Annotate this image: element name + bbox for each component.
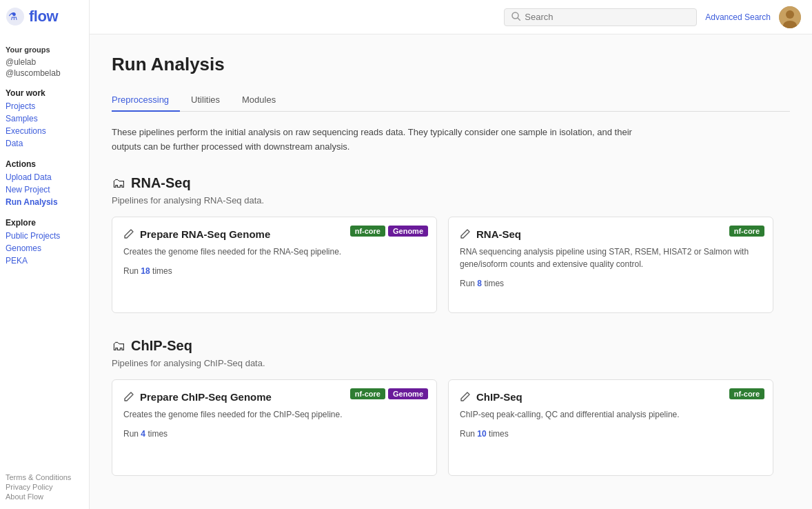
- groups-label: Your groups: [6, 46, 83, 54]
- card-chip-seq[interactable]: nf-core ChIP-Seq ChIP-seq peak-calling, …: [448, 379, 773, 476]
- card-desc-2: RNA sequencing analysis pipeline using S…: [460, 246, 762, 270]
- about-link[interactable]: About Flow: [6, 492, 83, 501]
- card-title-chip-2: ChIP-Seq: [476, 391, 522, 403]
- badge-nfcore-chip-2: nf-core: [729, 388, 764, 399]
- chip-seq-header: 🗂 ChIP-Seq: [112, 338, 790, 354]
- card-desc: Creates the genome files needed for the …: [123, 246, 425, 258]
- run-label: times: [152, 266, 172, 276]
- folder-icon-chip: 🗂: [112, 338, 125, 354]
- logo-text: flow: [29, 8, 58, 26]
- topbar: Advanced Search: [90, 0, 812, 34]
- run-count-chip-1: 4: [141, 429, 145, 439]
- pencil-icon-chip-2: [460, 391, 471, 402]
- card-badges-rna-2: nf-core: [729, 226, 764, 237]
- run-count: 18: [141, 266, 150, 276]
- card-desc-chip-2: ChIP-seq peak-calling, QC and differenti…: [460, 408, 762, 421]
- sidebar-item-samples[interactable]: Samples: [6, 112, 83, 125]
- card-badges-rna-1: nf-core Genome: [350, 226, 428, 237]
- card-rna-seq[interactable]: nf-core RNA-Seq RNA sequencing analysis …: [448, 217, 773, 313]
- sidebar-item-run-analysis[interactable]: Run Analysis: [6, 196, 83, 208]
- sidebar: ⚗ flow Your groups @ulelab @luscombelab …: [0, 0, 90, 509]
- privacy-link[interactable]: Privacy Policy: [6, 483, 83, 491]
- sidebar-item-projects[interactable]: Projects: [6, 100, 83, 112]
- badge-genome: Genome: [388, 226, 428, 237]
- page-description: These pipelines perform the initial anal…: [112, 126, 663, 154]
- chip-seq-desc: Pipelines for analysing ChIP-Seq data.: [112, 358, 790, 368]
- svg-point-5: [786, 10, 794, 19]
- run-label-chip-1: times: [148, 429, 168, 439]
- search-wrapper: [504, 8, 697, 26]
- your-work-label: Your work: [6, 88, 83, 98]
- badge-genome-chip-1: Genome: [388, 388, 428, 399]
- card-run-info-chip-1: Run 4 times: [123, 429, 425, 439]
- card-desc-chip-1: Creates the genome files needed for the …: [123, 408, 425, 421]
- tab-utilities[interactable]: Utilities: [191, 89, 231, 112]
- chip-seq-cards: nf-core Genome Prepare ChIP-Seq Genome C…: [112, 379, 773, 476]
- svg-line-3: [518, 18, 520, 21]
- tab-preprocessing[interactable]: Preprocessing: [112, 89, 180, 112]
- pencil-icon-chip-1: [123, 391, 134, 402]
- page-title: Run Analysis: [112, 54, 790, 75]
- svg-text:⚗: ⚗: [8, 10, 17, 22]
- logo: ⚗ flow: [6, 7, 83, 26]
- sidebar-item-data[interactable]: Data: [6, 137, 83, 150]
- card-title-2: RNA-Seq: [476, 228, 521, 240]
- pencil-icon-2: [460, 228, 471, 239]
- card-prepare-chip-seq-genome[interactable]: nf-core Genome Prepare ChIP-Seq Genome C…: [112, 379, 437, 476]
- actions-label: Actions: [6, 159, 83, 169]
- card-run-info-chip-2: Run 10 times: [460, 429, 762, 439]
- folder-icon-rna: 🗂: [112, 175, 125, 191]
- tab-modules[interactable]: Modules: [242, 89, 287, 112]
- content-area: Run Analysis Preprocessing Utilities Mod…: [90, 34, 812, 509]
- rna-seq-section: 🗂 RNA-Seq Pipelines for analysing RNA-Se…: [112, 175, 790, 313]
- run-label-chip-2: times: [489, 429, 509, 439]
- card-badges-chip-1: nf-core Genome: [350, 388, 428, 399]
- tabs: Preprocessing Utilities Modules: [112, 89, 790, 112]
- sidebar-item-upload-data[interactable]: Upload Data: [6, 171, 83, 183]
- card-prepare-rna-seq-genome[interactable]: nf-core Genome Prepare RNA-Seq Genome Cr…: [112, 217, 437, 313]
- search-icon: [511, 12, 520, 23]
- chip-seq-title: ChIP-Seq: [131, 338, 192, 354]
- card-run-info: Run 18 times: [123, 266, 425, 276]
- group-item-1: @ulelab: [6, 57, 83, 68]
- card-title-chip-1: Prepare ChIP-Seq Genome: [140, 391, 272, 403]
- sidebar-footer: Terms & Conditions Privacy Policy About …: [6, 459, 83, 502]
- sidebar-item-genomes[interactable]: Genomes: [6, 242, 83, 254]
- group-item-2: @luscombelab: [6, 68, 83, 79]
- pencil-icon: [123, 228, 134, 239]
- card-title-row-2: RNA-Seq: [460, 228, 762, 240]
- rna-seq-title: RNA-Seq: [131, 175, 191, 191]
- advanced-search-link[interactable]: Advanced Search: [705, 12, 771, 22]
- sidebar-item-public-projects[interactable]: Public Projects: [6, 230, 83, 242]
- sidebar-item-executions[interactable]: Executions: [6, 125, 83, 137]
- card-badges-chip-2: nf-core: [729, 388, 764, 399]
- card-title-row-chip-2: ChIP-Seq: [460, 391, 762, 403]
- sidebar-item-new-project[interactable]: New Project: [6, 183, 83, 196]
- terms-link[interactable]: Terms & Conditions: [6, 473, 83, 481]
- chip-seq-section: 🗂 ChIP-Seq Pipelines for analysing ChIP-…: [112, 338, 790, 476]
- sidebar-item-peka[interactable]: PEKA: [6, 254, 83, 267]
- rna-seq-header: 🗂 RNA-Seq: [112, 175, 790, 191]
- search-input[interactable]: [525, 12, 689, 22]
- avatar[interactable]: [779, 6, 801, 28]
- logo-icon: ⚗: [6, 7, 25, 26]
- badge-nfcore: nf-core: [350, 226, 385, 237]
- main-area: Advanced Search Run Analysis Preprocessi…: [90, 0, 812, 509]
- badge-nfcore-chip-1: nf-core: [350, 388, 385, 399]
- card-run-info-2: Run 8 times: [460, 279, 762, 288]
- rna-seq-cards: nf-core Genome Prepare RNA-Seq Genome Cr…: [112, 217, 773, 313]
- run-count-2: 8: [477, 279, 482, 288]
- rna-seq-desc: Pipelines for analysing RNA-Seq data.: [112, 195, 790, 206]
- run-count-chip-2: 10: [477, 429, 486, 439]
- explore-label: Explore: [6, 218, 83, 228]
- run-label-2: times: [484, 279, 504, 288]
- badge-nfcore-2: nf-core: [729, 226, 764, 237]
- card-title: Prepare RNA-Seq Genome: [140, 228, 270, 240]
